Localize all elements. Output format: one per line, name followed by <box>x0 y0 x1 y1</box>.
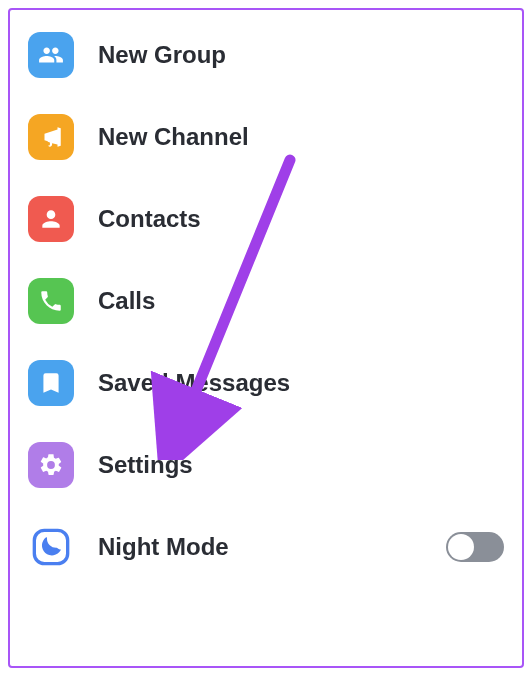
night-mode-toggle[interactable] <box>446 532 504 562</box>
person-icon <box>28 196 74 242</box>
menu-label-saved-messages: Saved Messages <box>98 369 290 397</box>
menu-item-settings[interactable]: Settings <box>28 442 504 488</box>
moon-icon <box>28 524 74 570</box>
menu-item-calls[interactable]: Calls <box>28 278 504 324</box>
menu-label-new-group: New Group <box>98 41 226 69</box>
phone-icon <box>28 278 74 324</box>
menu-label-settings: Settings <box>98 451 193 479</box>
menu-list: New Group New Channel Contacts Calls Sav <box>28 32 504 570</box>
gear-icon <box>28 442 74 488</box>
menu-label-calls: Calls <box>98 287 155 315</box>
menu-item-new-channel[interactable]: New Channel <box>28 114 504 160</box>
menu-item-contacts[interactable]: Contacts <box>28 196 504 242</box>
megaphone-icon <box>28 114 74 160</box>
menu-item-new-group[interactable]: New Group <box>28 32 504 78</box>
menu-label-new-channel: New Channel <box>98 123 249 151</box>
menu-item-night-mode[interactable]: Night Mode <box>28 524 504 570</box>
toggle-knob <box>448 534 474 560</box>
menu-panel: New Group New Channel Contacts Calls Sav <box>8 8 524 668</box>
bookmark-icon <box>28 360 74 406</box>
menu-label-night-mode: Night Mode <box>98 533 229 561</box>
people-icon <box>28 32 74 78</box>
menu-label-contacts: Contacts <box>98 205 201 233</box>
menu-item-saved-messages[interactable]: Saved Messages <box>28 360 504 406</box>
